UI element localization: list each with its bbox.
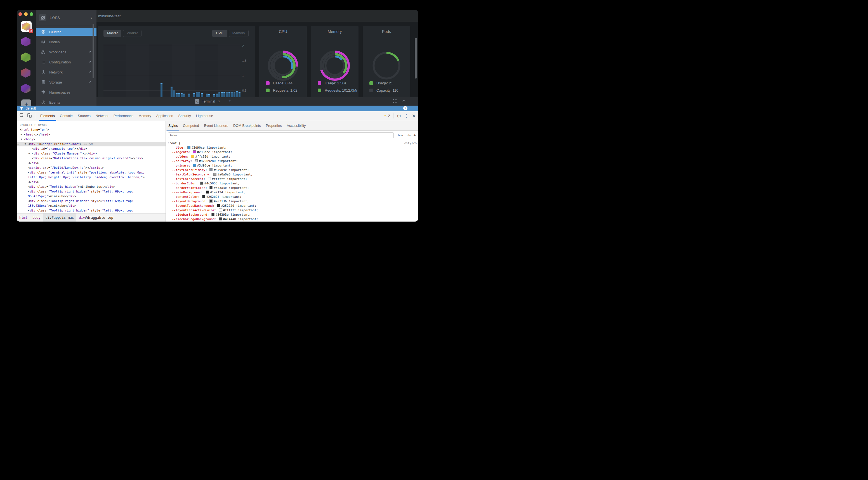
help-button[interactable]: ? (403, 106, 407, 110)
breadcrumb-item[interactable]: div#draggable-top (76, 213, 116, 221)
dom-tree-line[interactable]: …▼<div id="app" class="is-mac"> == $0 (17, 142, 165, 146)
css-variable-row[interactable]: --primary: #3d90ce !important; (167, 164, 416, 168)
dom-tree-line[interactable]: ▼<body> (17, 137, 165, 142)
css-variable-row[interactable]: --layoutTabsActiveColor: #ffffff !import… (167, 208, 416, 213)
devtools-tab-memory[interactable]: Memory (136, 111, 154, 121)
style-source-link[interactable]: <style> (404, 141, 417, 145)
color-swatch[interactable] (191, 155, 194, 158)
dom-tree-line[interactable]: </div> (17, 180, 165, 184)
color-swatch[interactable] (210, 168, 213, 171)
sidebar-item-nodes[interactable]: Nodes (36, 38, 96, 46)
dom-tree-line[interactable]: <div class="Tooltip right hidden" style=… (17, 189, 165, 194)
color-swatch[interactable] (202, 195, 205, 198)
color-swatch[interactable] (208, 177, 211, 180)
color-swatch[interactable] (217, 204, 220, 207)
metric-tab-memory[interactable]: Memory (229, 30, 249, 37)
sidebar-scrollbar[interactable] (93, 24, 94, 78)
node-tab-worker[interactable]: Worker (123, 30, 142, 37)
dom-tree-line[interactable]: <!DOCTYPE html> (17, 123, 165, 127)
css-variable-row[interactable]: --textColorSecondary: #a0a0a0 !important… (167, 172, 416, 177)
color-swatch[interactable] (195, 159, 198, 162)
breadcrumb-item[interactable]: body (30, 213, 43, 221)
device-toolbar-icon[interactable] (27, 113, 32, 119)
sidebar-item-network[interactable]: Network (36, 68, 96, 76)
css-selector[interactable]: :root { (167, 141, 416, 145)
cluster-tile-cluster-5[interactable] (21, 84, 32, 95)
css-variable-row[interactable]: --golden: #ffc63d !important; (167, 155, 416, 159)
color-swatch[interactable] (211, 213, 215, 216)
sidebar-item-configuration[interactable]: Configuration (36, 58, 96, 66)
cluster-tile-cluster-4[interactable] (21, 68, 32, 79)
styles-tab-dom-breakpoints[interactable]: DOM Breakpoints (231, 121, 264, 131)
color-swatch[interactable] (210, 200, 213, 203)
cluster-tile-cluster-2[interactable] (21, 37, 32, 47)
color-swatch[interactable] (206, 191, 209, 194)
styles-tab-properties[interactable]: Properties (264, 121, 284, 131)
css-variable-row[interactable]: --sidebarBackground: #36393e !important; (167, 213, 416, 217)
sidebar-item-events[interactable]: Events (36, 98, 96, 106)
color-swatch[interactable] (219, 208, 222, 211)
close-terminal-tab-icon[interactable]: × (218, 99, 220, 104)
dom-tree-line[interactable]: <div class="Tooltip hidden">minikube-tes… (17, 184, 165, 189)
new-terminal-tab-button[interactable]: + (228, 98, 231, 104)
expand-arrow-down-icon[interactable]: ▼ (21, 137, 22, 142)
sidebar-item-cluster[interactable]: Cluster (36, 28, 96, 36)
dom-tree-line[interactable]: 150.438px;">minikube</div> (17, 203, 165, 208)
namespace-label[interactable]: default (26, 106, 36, 110)
minimize-window-button[interactable] (24, 12, 28, 16)
devtools-tab-sources[interactable]: Sources (75, 111, 93, 121)
devtools-settings-gear-icon[interactable]: ⚙ (397, 113, 401, 119)
dom-tree-line[interactable]: ▶<div class="ClusterManager">…</div> (17, 151, 165, 156)
styles-tab-accessibility[interactable]: Accessibility (284, 121, 308, 131)
breadcrumb-item[interactable]: html (17, 213, 30, 221)
dom-tree-line[interactable]: ▶<head>…</head> (17, 132, 165, 137)
dom-tree-line[interactable]: <div id="draggable-top"></div> (17, 146, 165, 151)
devtools-tab-security[interactable]: Security (176, 111, 193, 121)
dom-tree-line[interactable]: <div class="terminal-init" style="positi… (17, 170, 165, 175)
css-variable-row[interactable]: --borderColor: #4c5053 !important; (167, 181, 416, 186)
collapse-dock-chevron-up-icon[interactable] (402, 99, 406, 104)
css-variable-row[interactable]: --textColorPrimary: #87909c !important; (167, 168, 416, 172)
console-warnings-badge[interactable]: ⚠ 2 (383, 114, 390, 118)
node-tab-master[interactable]: Master (103, 30, 121, 37)
css-variable-row[interactable]: --contentColor: #262b2f !important; (167, 195, 416, 199)
sidebar-collapse-button[interactable]: ‹ (90, 15, 93, 21)
dom-tree-line[interactable]: 95.4375px;">minikube</div> (17, 194, 165, 199)
element-classes-button[interactable]: .cls (406, 134, 411, 137)
zoom-window-button[interactable] (30, 12, 33, 16)
color-swatch[interactable] (200, 182, 203, 185)
sidebar-item-namespaces[interactable]: Namespaces (36, 88, 96, 96)
css-variable-row[interactable]: --textColorAccent: #ffffff !important; (167, 177, 416, 181)
devtools-tab-elements[interactable]: Elements (38, 111, 57, 121)
cluster-tile-cluster-1[interactable]: 3 (21, 21, 32, 32)
styles-tab-computed[interactable]: Computed (180, 121, 202, 131)
color-swatch[interactable] (187, 146, 190, 149)
styles-tab-event-listeners[interactable]: Event Listeners (202, 121, 231, 131)
color-swatch[interactable] (219, 217, 222, 220)
dom-tree-line[interactable]: <html lang="en"> (17, 127, 165, 132)
devtools-tab-network[interactable]: Network (93, 111, 111, 121)
styles-filter-input[interactable] (168, 132, 394, 138)
toggle-element-state-button[interactable]: :hov (397, 134, 403, 137)
devtools-tab-performance[interactable]: Performance (111, 111, 136, 121)
color-swatch[interactable] (193, 164, 196, 167)
devtools-tab-lighthouse[interactable]: Lighthouse (193, 111, 216, 121)
expand-arrow-right-icon[interactable]: ▶ (21, 132, 22, 137)
inspect-element-icon[interactable] (20, 113, 24, 119)
css-variable-row[interactable]: --layoutBackground: #2e3136 !important; (167, 199, 416, 204)
devtools-close-icon[interactable]: ✕ (412, 113, 416, 119)
devtools-tab-console[interactable]: Console (57, 111, 75, 121)
expand-dock-icon[interactable] (393, 99, 397, 104)
sidebar-item-storage[interactable]: Storage (36, 78, 96, 86)
css-variable-row[interactable]: --sidebarLogoBackground: #414448 !import… (167, 217, 416, 221)
dom-tree-line[interactable]: <script src="/build/LensDev.js"></script… (17, 165, 165, 170)
dom-tree-line[interactable]: left: 0px; height: 0px; visibility: hidd… (17, 175, 165, 180)
metric-tab-cpu[interactable]: CPU (212, 30, 227, 37)
styles-tab-styles[interactable]: Styles (166, 121, 180, 131)
sidebar-item-workloads[interactable]: Workloads (36, 48, 96, 56)
color-swatch[interactable] (193, 150, 196, 153)
expand-arrow-down-icon[interactable]: ▼ (25, 142, 26, 146)
css-variable-row[interactable]: --mainBackground: #1e2124 !important; (167, 190, 416, 195)
dom-tree-line[interactable]: <div class="Tooltip right hidden" style=… (17, 208, 165, 213)
dom-tree-line[interactable]: </div> (17, 161, 165, 165)
